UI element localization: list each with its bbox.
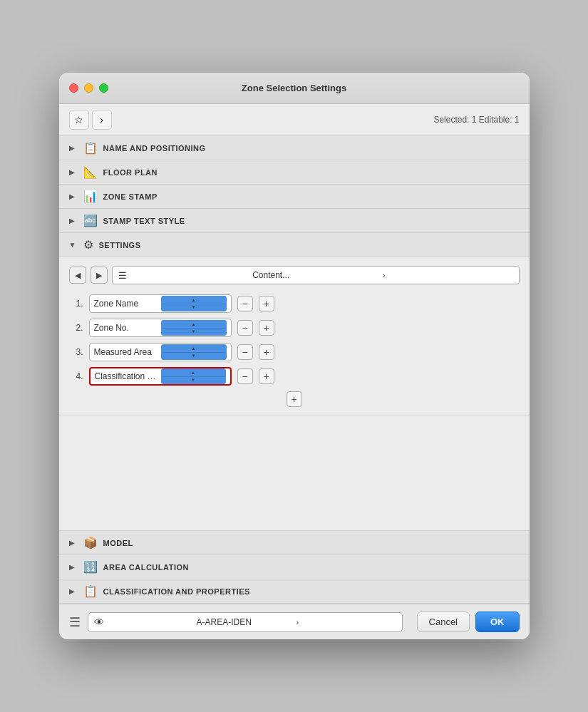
item-plus-4[interactable]: + (259, 368, 274, 384)
star-icon: ☆ (74, 114, 83, 125)
toolbar: ☆ › Selected: 1 Editable: 1 (59, 104, 530, 136)
nav-prev-icon: ◀ (75, 271, 81, 280)
layer-panel-icon: ☰ (69, 614, 81, 630)
item-minus-2[interactable]: − (237, 320, 253, 336)
chevron-expanded-icon: ▼ (69, 241, 78, 249)
chevron-collapsed-icon: ▶ (69, 168, 78, 176)
item-select-2[interactable]: Zone No. ▲ ▼ (89, 319, 232, 337)
section-label-zone-stamp: ZONE STAMP (103, 192, 158, 201)
section-label-name-positioning: NAME AND POSITIONING (103, 144, 206, 153)
section-header-area-calculation[interactable]: ▶ 🔢 AREA CALCULATION (59, 555, 530, 579)
item-value-2: Zone No. (94, 323, 158, 333)
chevron-collapsed-icon: ▶ (69, 563, 78, 571)
stepper-up-icon: ▲ (162, 345, 226, 353)
star-button[interactable]: ☆ (69, 110, 89, 130)
breadcrumb-chevron-button[interactable]: › (92, 110, 112, 130)
stepper-down-icon: ▼ (162, 377, 225, 384)
chevron-collapsed-icon: ▶ (69, 539, 78, 547)
nav-next-button[interactable]: ▶ (91, 267, 108, 284)
classification-icon: 📋 (83, 584, 98, 598)
bottom-sections: ▶ 📦 MODEL ▶ 🔢 AREA CALCULATION ▶ 📋 CLASS… (59, 530, 530, 604)
model-icon: 📦 (83, 536, 98, 550)
section-header-floor-plan[interactable]: ▶ 📐 FLOOR PLAN (59, 160, 530, 185)
add-row: + (69, 391, 520, 407)
item-stepper-4[interactable]: ▲ ▼ (161, 368, 226, 384)
spacer (59, 416, 530, 530)
section-header-name-positioning[interactable]: ▶ 📋 NAME AND POSITIONING (59, 136, 530, 160)
section-header-stamp-text-style[interactable]: ▶ 🔤 STAMP TEXT STYLE (59, 209, 530, 233)
item-plus-3[interactable]: + (259, 344, 274, 360)
chevron-icon: › (100, 114, 103, 125)
item-minus-3[interactable]: − (237, 344, 253, 360)
section-label-stamp-text-style: STAMP TEXT STYLE (103, 217, 185, 225)
chevron-collapsed-icon: ▶ (69, 144, 78, 152)
minimize-button[interactable] (84, 83, 93, 93)
section-header-zone-stamp[interactable]: ▶ 📊 ZONE STAMP (59, 185, 530, 209)
cancel-button[interactable]: Cancel (417, 612, 470, 632)
chevron-collapsed-icon: ▶ (69, 192, 78, 200)
item-select-4[interactable]: Classification and Prop... ▲ ▼ (89, 367, 232, 386)
item-plus-1[interactable]: + (259, 296, 274, 311)
section-label-settings: SETTINGS (99, 241, 141, 249)
content-dropdown-label: Content... (252, 270, 383, 280)
item-num-1: 1. (69, 299, 83, 309)
content-area: ▶ 📋 NAME AND POSITIONING ▶ 📐 FLOOR PLAN … (59, 136, 530, 604)
layer-dropdown-chevron: › (296, 618, 396, 626)
item-minus-4[interactable]: − (237, 368, 253, 384)
item-value-4: Classification and Prop... (95, 371, 158, 381)
item-select-3[interactable]: Measured Area ▲ ▼ (89, 343, 232, 361)
item-num-2: 2. (69, 323, 83, 333)
section-label-classification: CLASSIFICATION AND PROPERTIES (103, 587, 250, 596)
selected-info: Selected: 1 Editable: 1 (433, 115, 519, 125)
floor-plan-icon: 📐 (83, 165, 98, 179)
stepper-down-icon: ▼ (162, 304, 226, 311)
item-stepper-3[interactable]: ▲ ▼ (161, 344, 227, 360)
footer: ☰ 👁 A-AREA-IDEN › Cancel OK (59, 604, 530, 639)
item-row-1: 1. Zone Name ▲ ▼ − + (69, 294, 520, 313)
layer-dropdown[interactable]: 👁 A-AREA-IDEN › (88, 612, 403, 632)
stepper-up-icon: ▲ (162, 321, 226, 329)
zone-stamp-icon: 📊 (83, 190, 98, 203)
content-dropdown-icon: ☰ (118, 270, 249, 281)
section-header-classification[interactable]: ▶ 📋 CLASSIFICATION AND PROPERTIES (59, 579, 530, 604)
toolbar-left: ☆ › (69, 110, 112, 130)
stamp-text-style-icon: 🔤 (83, 214, 98, 227)
section-label-floor-plan: FLOOR PLAN (103, 168, 158, 177)
stepper-down-icon: ▼ (162, 353, 226, 360)
item-row-2: 2. Zone No. ▲ ▼ − + (69, 319, 520, 337)
section-label-area-calculation: AREA CALCULATION (103, 563, 189, 572)
content-nav-row: ◀ ▶ ☰ Content... › (69, 266, 520, 284)
eye-icon: 👁 (94, 616, 194, 628)
chevron-collapsed-icon: ▶ (69, 217, 78, 225)
title-bar: Zone Selection Settings (59, 73, 530, 104)
section-header-model[interactable]: ▶ 📦 MODEL (59, 531, 530, 555)
settings-icon: ⚙ (83, 238, 93, 252)
nav-prev-button[interactable]: ◀ (69, 267, 86, 284)
item-num-4: 4. (69, 371, 83, 381)
stepper-up-icon: ▲ (162, 369, 225, 377)
nav-next-icon: ▶ (96, 271, 102, 280)
item-select-1[interactable]: Zone Name ▲ ▼ (89, 294, 232, 313)
window-title: Zone Selection Settings (242, 83, 346, 93)
traffic-lights (69, 83, 108, 93)
chevron-collapsed-icon: ▶ (69, 587, 78, 595)
name-positioning-icon: 📋 (83, 141, 98, 155)
item-value-1: Zone Name (94, 299, 158, 309)
area-calc-icon: 🔢 (83, 560, 98, 574)
item-stepper-1[interactable]: ▲ ▼ (161, 296, 227, 311)
content-dropdown[interactable]: ☰ Content... › (112, 266, 520, 284)
section-header-settings[interactable]: ▼ ⚙ SETTINGS (59, 233, 530, 257)
item-minus-1[interactable]: − (237, 296, 253, 311)
item-value-3: Measured Area (94, 347, 158, 357)
add-item-button[interactable]: + (287, 391, 302, 407)
item-plus-2[interactable]: + (259, 320, 274, 336)
stepper-down-icon: ▼ (162, 329, 226, 336)
item-stepper-2[interactable]: ▲ ▼ (161, 320, 227, 336)
item-row-4: 4. Classification and Prop... ▲ ▼ − + (69, 367, 520, 386)
item-num-3: 3. (69, 347, 83, 357)
settings-content: ◀ ▶ ☰ Content... › 1. Zone Name ▲ (59, 257, 530, 416)
content-dropdown-chevron: › (383, 271, 513, 279)
close-button[interactable] (69, 83, 78, 93)
ok-button[interactable]: OK (475, 612, 520, 632)
maximize-button[interactable] (99, 83, 108, 93)
